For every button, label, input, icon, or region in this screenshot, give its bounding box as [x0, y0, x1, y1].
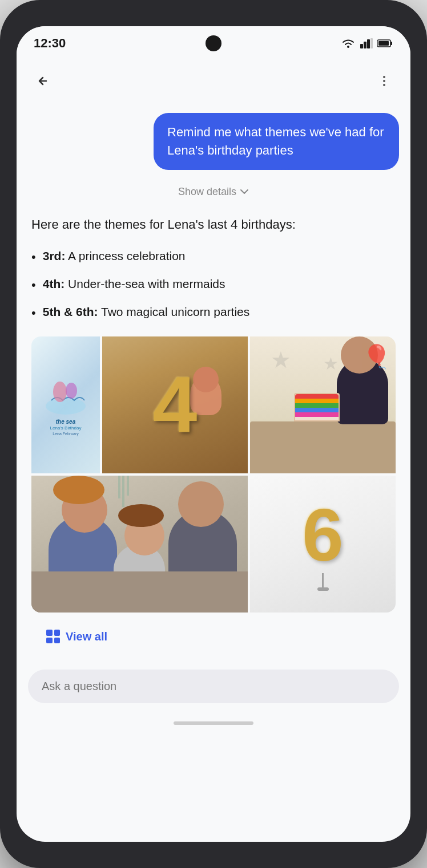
user-message-text: Remind me what themes we've had for Lena…	[167, 125, 384, 157]
camera-notch	[206, 35, 221, 51]
svg-point-9	[383, 80, 385, 82]
grid-cell	[46, 638, 53, 644]
grid-cell	[54, 630, 61, 636]
svg-point-8	[383, 76, 385, 78]
input-bar	[17, 664, 410, 715]
status-bar: 12:30	[17, 26, 410, 60]
theme-desc-2: Under-the-sea with mermaids	[68, 277, 225, 290]
home-bar	[174, 721, 253, 725]
photo-1[interactable]: the sea Lena's Birthday Lena February	[31, 336, 100, 473]
grid-cell	[46, 630, 53, 636]
view-all-row[interactable]: View all	[31, 622, 396, 655]
svg-point-12	[53, 382, 67, 402]
user-message-wrapper: Remind me what themes we've had for Lena…	[17, 107, 410, 181]
theme-text-2: 4th: Under-the-sea with mermaids	[43, 275, 225, 293]
status-time: 12:30	[34, 36, 66, 51]
list-item: • 4th: Under-the-sea with mermaids	[31, 275, 396, 294]
ai-response: Here are the themes for Lena's last 4 bi…	[17, 209, 410, 664]
more-dots-icon	[377, 74, 391, 88]
view-all-label[interactable]: View all	[66, 630, 107, 643]
battery-icon	[377, 39, 393, 48]
list-item: • 5th & 6th: Two magical unicorn parties	[31, 303, 396, 322]
sea-card-illustration	[46, 375, 86, 415]
grid-cell	[54, 638, 61, 644]
photo-5[interactable]: 6	[250, 476, 396, 613]
svg-rect-2	[364, 42, 366, 48]
photo-3[interactable]: ★ ★	[250, 336, 396, 473]
response-intro: Here are the themes for Lena's last 4 bi…	[31, 215, 396, 234]
more-menu-button[interactable]	[372, 68, 397, 94]
svg-rect-4	[370, 38, 373, 48]
theme-bold-1: 3rd:	[43, 249, 66, 262]
bullet-icon: •	[31, 276, 36, 294]
photo-4[interactable]	[31, 476, 248, 613]
theme-list: • 3rd: A princess celebration • 4th: Und…	[31, 248, 396, 322]
list-item: • 3rd: A princess celebration	[31, 248, 396, 266]
theme-desc-3: Two magical unicorn parties	[101, 305, 249, 318]
user-bubble: Remind me what themes we've had for Lena…	[154, 113, 399, 170]
show-details-label[interactable]: Show details	[178, 186, 236, 198]
app-bar	[17, 60, 410, 102]
phone-screen: 12:30	[17, 26, 410, 842]
theme-text-3: 5th & 6th: Two magical unicorn parties	[43, 303, 250, 321]
svg-rect-6	[390, 42, 392, 45]
question-input[interactable]	[28, 670, 399, 703]
svg-point-13	[66, 383, 77, 399]
bullet-icon: •	[31, 304, 36, 322]
theme-desc-1: A princess celebration	[68, 249, 185, 262]
theme-bold-2: 4th:	[43, 277, 65, 290]
phone-frame: 12:30	[0, 0, 427, 868]
back-arrow-icon	[35, 74, 51, 88]
back-button[interactable]	[30, 68, 55, 94]
show-details-row[interactable]: Show details	[17, 181, 410, 209]
grid-icon	[46, 630, 60, 643]
chevron-down-icon	[240, 188, 249, 195]
theme-text-1: 3rd: A princess celebration	[43, 248, 186, 265]
svg-rect-7	[378, 41, 389, 46]
status-icons	[341, 38, 393, 48]
bullet-icon: •	[31, 248, 36, 266]
photo-2[interactable]: 4	[102, 336, 248, 473]
theme-bold-3: 5th & 6th:	[43, 305, 98, 318]
wifi-icon	[341, 38, 356, 48]
svg-point-0	[347, 46, 349, 48]
signal-icon	[360, 38, 373, 48]
svg-rect-1	[360, 44, 363, 48]
svg-point-10	[383, 84, 385, 86]
svg-rect-3	[367, 39, 370, 48]
photo-grid: the sea Lena's Birthday Lena February	[31, 336, 396, 613]
home-indicator	[17, 715, 410, 732]
chat-content: Remind me what themes we've had for Lena…	[17, 102, 410, 842]
